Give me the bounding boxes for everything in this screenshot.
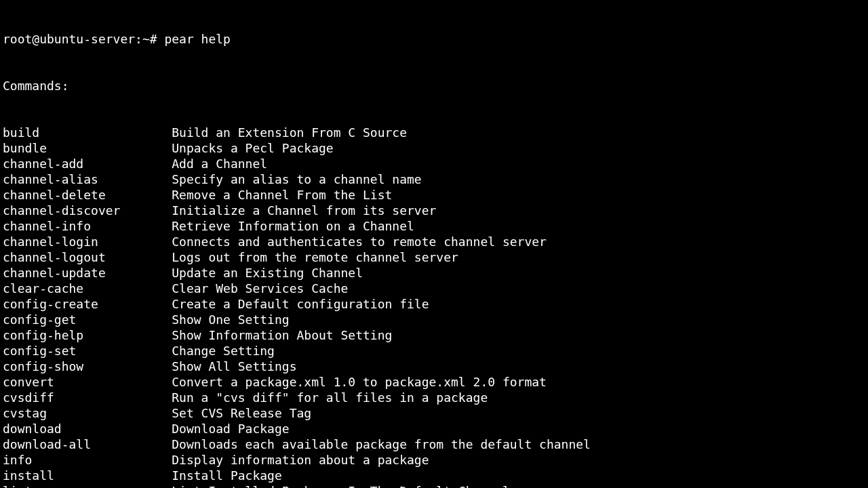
command-row: config-showShow All Settings: [3, 359, 865, 374]
command-description: Show One Setting: [172, 312, 289, 327]
command-description: Show All Settings: [172, 359, 296, 374]
command-name: channel-discover: [3, 203, 172, 218]
command-description: Specify an alias to a channel name: [172, 171, 421, 187]
command-description: Convert a package.xml 1.0 to package.xml…: [172, 374, 547, 390]
command-name: channel-delete: [3, 187, 172, 203]
command-name: info: [3, 452, 172, 468]
command-row: cvsdiffRun a "cvs diff" for all files in…: [3, 390, 865, 405]
command-name: download: [3, 421, 172, 436]
command-description: Clear Web Services Cache: [172, 281, 348, 296]
command-name: channel-login: [3, 234, 172, 249]
command-row: clear-cacheClear Web Services Cache: [3, 281, 865, 296]
command-description: Downloads each available package from th…: [172, 436, 591, 452]
command-name: config-help: [3, 327, 172, 343]
command-row: channel-discoverInitialize a Channel fro…: [3, 203, 865, 218]
command-name: config-set: [3, 343, 172, 359]
command-row: buildBuild an Extension From C Source: [3, 125, 865, 140]
command-description: Remove a Channel From the List: [172, 187, 392, 203]
command-name: download-all: [3, 436, 172, 452]
command-name: build: [3, 125, 172, 140]
command-description: Initialize a Channel from its server: [172, 203, 436, 218]
command-name: config-get: [3, 312, 172, 327]
command-name: cvstag: [3, 405, 172, 421]
command-row: download-allDownloads each available pac…: [3, 436, 865, 452]
terminal[interactable]: root@ubuntu-server:~# pear help Commands…: [0, 0, 868, 488]
command-description: Set CVS Release Tag: [172, 405, 311, 421]
command-description: Add a Channel: [172, 156, 267, 171]
command-row: channel-logoutLogs out from the remote c…: [3, 249, 865, 265]
command-name: channel-info: [3, 218, 172, 234]
command-row: channel-deleteRemove a Channel From the …: [3, 187, 865, 203]
command-row: config-helpShow Information About Settin…: [3, 327, 865, 343]
command-row: bundleUnpacks a Pecl Package: [3, 140, 865, 156]
command-name: convert: [3, 374, 172, 390]
command-description: List Installed Packages In The Default C…: [172, 483, 510, 488]
command-description: Install Package: [172, 468, 282, 483]
command-row: installInstall Package: [3, 468, 865, 483]
command-name: cvsdiff: [3, 390, 172, 405]
command-description: Display information about a package: [172, 452, 429, 468]
command-name: channel-add: [3, 156, 172, 171]
command-row: infoDisplay information about a package: [3, 452, 865, 468]
command-description: Create a Default configuration file: [172, 296, 429, 312]
command-name: channel-logout: [3, 249, 172, 265]
command-row: channel-addAdd a Channel: [3, 156, 865, 171]
command-description: Unpacks a Pecl Package: [172, 140, 333, 156]
command-row: listList Installed Packages In The Defau…: [3, 483, 865, 488]
command-description: Connects and authenticates to remote cha…: [172, 234, 547, 249]
command-description: Build an Extension From C Source: [172, 125, 407, 140]
command-row: config-getShow One Setting: [3, 312, 865, 327]
command-description: Download Package: [172, 421, 289, 436]
command-description: Logs out from the remote channel server: [172, 249, 458, 265]
entered-command: pear help: [164, 31, 231, 47]
command-row: channel-infoRetrieve Information on a Ch…: [3, 218, 865, 234]
commands-list: buildBuild an Extension From C Sourcebun…: [3, 125, 865, 488]
command-description: Change Setting: [172, 343, 275, 359]
command-row: downloadDownload Package: [3, 421, 865, 436]
command-description: Show Information About Setting: [172, 327, 392, 343]
prompt-line: root@ubuntu-server:~# pear help: [3, 31, 865, 47]
command-name: config-show: [3, 359, 172, 374]
shell-prompt: root@ubuntu-server:~#: [3, 31, 164, 47]
command-name: clear-cache: [3, 281, 172, 296]
command-description: Update an Existing Channel: [172, 265, 363, 281]
command-name: channel-alias: [3, 171, 172, 187]
command-row: channel-loginConnects and authenticates …: [3, 234, 865, 249]
command-row: convertConvert a package.xml 1.0 to pack…: [3, 374, 865, 390]
command-description: Retrieve Information on a Channel: [172, 218, 414, 234]
commands-header: Commands:: [3, 78, 865, 94]
command-row: config-createCreate a Default configurat…: [3, 296, 865, 312]
command-description: Run a "cvs diff" for all files in a pack…: [172, 390, 488, 405]
command-row: cvstagSet CVS Release Tag: [3, 405, 865, 421]
command-row: channel-aliasSpecify an alias to a chann…: [3, 171, 865, 187]
command-name: config-create: [3, 296, 172, 312]
command-name: channel-update: [3, 265, 172, 281]
command-name: install: [3, 468, 172, 483]
command-name: bundle: [3, 140, 172, 156]
command-row: config-setChange Setting: [3, 343, 865, 359]
command-row: channel-updateUpdate an Existing Channel: [3, 265, 865, 281]
command-name: list: [3, 483, 172, 488]
